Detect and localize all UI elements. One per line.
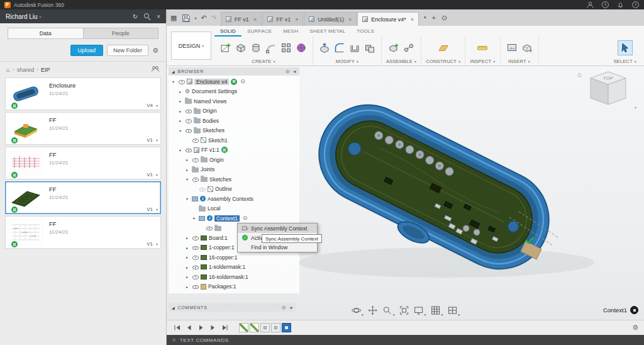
close-tab-icon[interactable]: × xyxy=(295,16,298,23)
tab-list-icon[interactable]: ▾ xyxy=(424,15,426,20)
viewports-icon[interactable]: ▾ xyxy=(447,305,460,317)
browser-row-packages-1[interactable]: ▸Packages:1 xyxy=(169,282,299,292)
activate-radio-icon[interactable]: ⊙ xyxy=(243,215,248,221)
close-tab-icon[interactable]: × xyxy=(411,16,414,23)
fillet-icon[interactable] xyxy=(333,41,347,55)
close-tab-icon[interactable]: × xyxy=(348,16,352,23)
expand-triangle-icon[interactable]: ▸ xyxy=(184,167,190,172)
share-people-icon[interactable] xyxy=(151,65,160,74)
save-dropdown-icon[interactable]: ▾ xyxy=(194,16,196,20)
visibility-eye-icon[interactable] xyxy=(185,147,192,153)
ribbon-group-label[interactable]: CONSTRUCT▾ xyxy=(426,59,460,64)
ribbon-group-label[interactable]: CREATE▾ xyxy=(252,59,275,64)
menu-item-find-in-window[interactable]: Find in Window xyxy=(238,242,317,252)
insert-canvas-icon[interactable] xyxy=(505,41,519,55)
grid-display-icon[interactable]: ▾ xyxy=(430,305,443,317)
expand-triangle-icon[interactable]: ▸ xyxy=(184,255,190,259)
ribbon-tab-sheet-metal[interactable]: SHEET METAL xyxy=(304,26,351,37)
browser-row-joints[interactable]: ▸Joints xyxy=(169,165,299,175)
collapse-triangle-icon[interactable]: ▾ xyxy=(191,216,197,220)
pan-icon[interactable] xyxy=(368,305,378,317)
browser-row-1-soldermask-1[interactable]: ▸1-soldermask:1 xyxy=(169,263,299,273)
extensions-icon[interactable]: ⊙ xyxy=(441,14,447,22)
ribbon-group-label[interactable]: INSPECT▾ xyxy=(470,59,495,64)
close-data-panel-icon[interactable]: × xyxy=(157,13,160,20)
timeline-settings-gear-icon[interactable]: ⚙ xyxy=(632,324,638,332)
info-icon[interactable]: i xyxy=(200,196,206,201)
document-tab-untitled-1-2[interactable]: Untitled(1)× xyxy=(304,12,357,26)
expand-triangle-icon[interactable]: ▸ xyxy=(184,274,190,279)
expand-triangle-icon[interactable]: ▸ xyxy=(184,235,190,240)
browser-header[interactable]: ◢ BROWSER ⊙◂ xyxy=(169,67,299,76)
ribbon-group-label[interactable]: MODIFY▾ xyxy=(336,59,359,64)
document-tab-ff-v1-0[interactable]: FF v1× xyxy=(221,12,262,26)
view-cube-render[interactable]: TOP xyxy=(586,68,631,108)
user-menu[interactable]: Richard Liu▾ xyxy=(6,13,42,20)
browser-row-sketches[interactable]: ▾Sketches xyxy=(169,174,299,184)
visibility-eye-icon[interactable] xyxy=(192,284,199,290)
browser-row-sketches[interactable]: ▾Sketches xyxy=(169,126,299,136)
sweep-icon[interactable] xyxy=(264,41,278,55)
collapse-panel-icon[interactable]: ◂ xyxy=(289,305,292,310)
shell-icon[interactable] xyxy=(348,41,362,55)
ribbon-tab-surface[interactable]: SURFACE xyxy=(242,26,277,37)
save-icon[interactable] xyxy=(181,13,190,22)
zoom-icon[interactable]: ▾ xyxy=(382,305,395,317)
play-icon[interactable] xyxy=(196,324,205,332)
display-settings-icon[interactable]: ▾ xyxy=(414,305,426,317)
select-icon[interactable] xyxy=(618,41,632,55)
cylinder-icon[interactable] xyxy=(249,41,263,55)
visibility-eye-icon[interactable] xyxy=(192,157,199,162)
file-card-ff-4[interactable]: FF11/24/21RV1▾ xyxy=(5,216,161,249)
breadcrumb-item-shared[interactable]: shared xyxy=(17,67,35,73)
collapse-triangle-icon[interactable]: ▾ xyxy=(170,79,176,84)
new-folder-button[interactable]: New Folder xyxy=(107,45,148,56)
text-commands-bar[interactable]: ≡ TEXT COMMANDS xyxy=(167,335,644,345)
browser-row-enclosure-v4[interactable]: ▾Enclosure v4R⊙ xyxy=(169,77,299,87)
close-tab-icon[interactable]: × xyxy=(253,16,257,23)
undo-icon[interactable]: ↶ xyxy=(201,14,206,22)
pattern-icon[interactable] xyxy=(279,41,293,55)
expand-triangle-icon[interactable]: ▸ xyxy=(184,246,190,250)
joint-icon[interactable] xyxy=(402,41,416,55)
expand-triangle-icon[interactable]: ▸ xyxy=(184,265,190,269)
box-icon[interactable] xyxy=(234,41,248,55)
version-dropdown[interactable]: V1▾ xyxy=(145,206,160,213)
expand-triangle-icon[interactable]: ▸ xyxy=(177,118,183,123)
go-to-start-icon[interactable] xyxy=(172,324,181,332)
help-icon[interactable]: ? xyxy=(631,1,640,9)
browser-row-local[interactable]: Local xyxy=(169,204,299,214)
expand-triangle-icon[interactable]: ▸ xyxy=(177,109,183,113)
version-dropdown[interactable]: V1▾ xyxy=(145,171,160,178)
expand-triangle-icon[interactable]: ▸ xyxy=(177,89,183,94)
tab-data[interactable]: Data xyxy=(8,28,84,39)
browser-row-origin[interactable]: ▸Origin xyxy=(169,106,299,116)
ribbon-group-label[interactable]: ASSEMBLE▾ xyxy=(386,59,416,64)
file-card-ff-2[interactable]: FF11/24/21RV1▾ xyxy=(5,147,161,179)
ribbon-tab-mesh[interactable]: MESH xyxy=(277,26,304,37)
timeline-feature-sketch-0[interactable] xyxy=(239,323,248,332)
3d-viewport[interactable]: ◢ BROWSER ⊙◂ ▾Enclosure v4R⊙▸⚙Document S… xyxy=(167,66,644,320)
visibility-eye-icon[interactable] xyxy=(185,128,192,133)
browser-row-document-settings[interactable]: ▸⚙Document Settings xyxy=(169,87,299,97)
step-forward-icon[interactable] xyxy=(208,324,217,332)
ribbon-tab-solid[interactable]: SOLID xyxy=(214,26,242,37)
collapse-triangle-icon[interactable]: ▾ xyxy=(184,196,190,201)
panel-settings-gear-icon[interactable]: ⚙ xyxy=(152,47,158,55)
browser-row-assembly-contexts[interactable]: ▾iAssembly Contexts xyxy=(169,194,299,204)
file-card-enclosure-0[interactable]: Enclosure11/24/21RV4▾ xyxy=(5,77,161,110)
new-component-icon[interactable] xyxy=(387,41,401,55)
timeline-feature-context-3[interactable] xyxy=(271,323,280,332)
search-icon[interactable] xyxy=(144,13,150,20)
job-status-icon[interactable] xyxy=(601,1,609,9)
fit-icon[interactable] xyxy=(399,305,409,317)
file-card-ff-3[interactable]: FF11/24/21RV1▾ xyxy=(5,181,161,214)
insert-mesh-icon[interactable] xyxy=(520,41,534,55)
collapse-triangle-icon[interactable]: ▾ xyxy=(177,128,183,133)
version-dropdown[interactable]: V1▾ xyxy=(145,137,160,144)
pin-icon[interactable]: ⊙ xyxy=(286,69,291,74)
collapse-panel-icon[interactable]: ◂ xyxy=(293,69,296,74)
new-tab-icon[interactable]: + xyxy=(432,14,436,21)
visibility-eye-icon[interactable] xyxy=(192,137,199,143)
browser-row-sketch1[interactable]: Sketch1 xyxy=(169,135,299,145)
